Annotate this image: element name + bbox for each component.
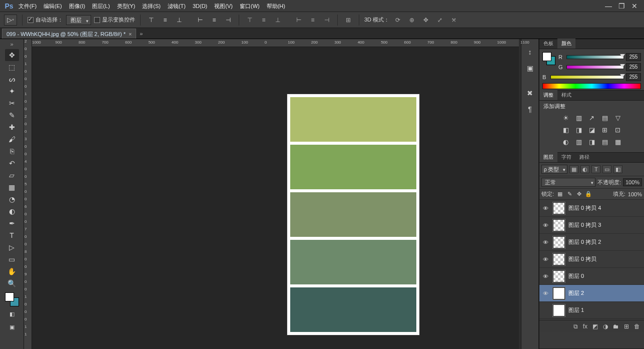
distribute-right-icon[interactable]: ⊣ bbox=[321, 15, 332, 25]
move-tool[interactable]: ✥ bbox=[5, 49, 19, 61]
filter-shape-icon[interactable]: ▭ bbox=[602, 165, 611, 173]
tab-styles[interactable]: 样式 bbox=[557, 90, 575, 100]
pan-3d-icon[interactable]: ✥ bbox=[420, 15, 431, 25]
distribute-top-icon[interactable]: ⊤ bbox=[244, 15, 255, 25]
color-swatches[interactable] bbox=[5, 292, 19, 306]
align-right-icon[interactable]: ⊣ bbox=[223, 15, 234, 25]
hue-icon[interactable]: ◧ bbox=[561, 125, 571, 134]
distribute-bottom-icon[interactable]: ⊥ bbox=[272, 15, 283, 25]
paragraph-panel-icon[interactable]: ¶ bbox=[523, 103, 536, 115]
layer-row[interactable]: 👁图层 0 拷贝 4 bbox=[539, 200, 644, 217]
lock-paint-icon[interactable]: ✎ bbox=[566, 191, 573, 197]
b-slider[interactable]: B255 bbox=[542, 72, 641, 82]
auto-select-dropdown[interactable]: 图层 bbox=[66, 15, 91, 25]
tab-expand-icon[interactable]: » bbox=[136, 31, 146, 37]
close-button[interactable]: ✕ bbox=[628, 0, 641, 12]
tab-paths[interactable]: 路径 bbox=[575, 152, 593, 162]
tab-swatches[interactable]: 色板 bbox=[539, 39, 557, 49]
quick-mask-icon[interactable]: ◧ bbox=[5, 308, 19, 319]
distribute-hcenter-icon[interactable]: ≡ bbox=[307, 15, 318, 25]
menu-item[interactable]: 滤镜(T) bbox=[164, 0, 189, 12]
layer-row[interactable]: 👁图层 0 拷贝 2 bbox=[539, 234, 644, 251]
tool-preset-icon[interactable]: ▷+ bbox=[4, 15, 17, 26]
posterize-icon[interactable]: ▥ bbox=[574, 137, 584, 146]
blur-tool[interactable]: ◔ bbox=[5, 193, 19, 205]
show-transform-checkbox[interactable]: 显示变换控件 bbox=[94, 16, 135, 24]
zoom-tool[interactable]: 🔍 bbox=[5, 277, 19, 289]
bw-icon[interactable]: ◨ bbox=[574, 125, 584, 134]
group-icon[interactable]: 🖿 bbox=[613, 323, 619, 330]
menu-item[interactable]: 选择(S) bbox=[139, 0, 164, 12]
layer-row[interactable]: 👁图层 0 bbox=[539, 268, 644, 285]
orbit-3d-icon[interactable]: ⟳ bbox=[392, 15, 403, 25]
visibility-eye-icon[interactable]: 👁 bbox=[541, 222, 549, 228]
visibility-eye-icon[interactable]: 👁 bbox=[541, 290, 549, 296]
shape-tool[interactable]: ▭ bbox=[5, 253, 19, 265]
menu-item[interactable]: 图像(I) bbox=[66, 0, 89, 12]
fill-value[interactable]: 100% bbox=[628, 191, 642, 197]
menu-item[interactable]: 视图(V) bbox=[211, 0, 236, 12]
exposure-icon[interactable]: ▤ bbox=[600, 113, 610, 122]
filter-smart-icon[interactable]: ◧ bbox=[613, 165, 622, 173]
link-layers-icon[interactable]: ⧉ bbox=[573, 323, 578, 330]
eyedropper-tool[interactable]: ✎ bbox=[5, 109, 19, 121]
menu-item[interactable]: 帮助(H) bbox=[263, 0, 289, 12]
new-layer-icon[interactable]: ⊞ bbox=[624, 323, 629, 330]
align-vcenter-icon[interactable]: ≡ bbox=[160, 15, 171, 25]
brush-tool[interactable]: 🖌 bbox=[5, 133, 19, 145]
brush-panel-icon[interactable]: ✖ bbox=[523, 87, 536, 99]
visibility-eye-icon[interactable]: 👁 bbox=[541, 256, 549, 262]
distribute-vcenter-icon[interactable]: ≡ bbox=[258, 15, 269, 25]
visibility-eye-icon[interactable]: 👁 bbox=[541, 205, 549, 211]
opacity-value[interactable]: 100% bbox=[623, 178, 642, 186]
history-brush-tool[interactable]: ↶ bbox=[5, 157, 19, 169]
filter-adjust-icon[interactable]: ◐ bbox=[580, 165, 589, 173]
fx-icon[interactable]: fx bbox=[583, 323, 587, 330]
tab-character[interactable]: 字符 bbox=[557, 152, 575, 162]
tab-close-icon[interactable]: × bbox=[129, 31, 132, 37]
levels-icon[interactable]: ▥ bbox=[574, 113, 584, 122]
distribute-left-icon[interactable]: ⊢ bbox=[293, 15, 304, 25]
mixer-icon[interactable]: ⊞ bbox=[600, 125, 610, 134]
document-tab[interactable]: 099 - WWhKQHH.jpg @ 50% (图层 2, RGB/8#) *… bbox=[2, 29, 136, 39]
selective-color-icon[interactable]: ▦ bbox=[613, 137, 623, 146]
filter-pixel-icon[interactable]: ▦ bbox=[569, 165, 578, 173]
menu-item[interactable]: 类型(Y) bbox=[114, 0, 139, 12]
gradient-map-icon[interactable]: ▤ bbox=[600, 137, 610, 146]
layer-row[interactable]: 👁图层 0 拷贝 3 bbox=[539, 217, 644, 234]
slide-3d-icon[interactable]: ⤢ bbox=[434, 15, 445, 25]
tool-expand-icon[interactable]: » bbox=[0, 41, 24, 47]
layer-row[interactable]: 👁图层 0 拷贝 bbox=[539, 251, 644, 268]
blend-mode-dropdown[interactable]: 正常 bbox=[541, 178, 595, 187]
minimize-button[interactable]: — bbox=[602, 0, 615, 12]
crop-tool[interactable]: ✂ bbox=[5, 97, 19, 109]
adjustment-layer-icon[interactable]: ◑ bbox=[603, 323, 608, 330]
g-slider[interactable]: G255 bbox=[558, 62, 641, 72]
roll-3d-icon[interactable]: ⊕ bbox=[406, 15, 417, 25]
layer-filter-dropdown[interactable]: ρ 类型 bbox=[541, 165, 567, 174]
canvas-stage[interactable] bbox=[32, 47, 519, 349]
align-top-icon[interactable]: ⊤ bbox=[146, 15, 157, 25]
curves-icon[interactable]: ↗ bbox=[587, 113, 597, 122]
lock-position-icon[interactable]: ✥ bbox=[575, 191, 582, 197]
visibility-eye-icon[interactable]: 👁 bbox=[541, 273, 549, 279]
align-bottom-icon[interactable]: ⊥ bbox=[174, 15, 185, 25]
magic-wand-tool[interactable]: ✦ bbox=[5, 85, 19, 97]
path-select-tool[interactable]: ▷ bbox=[5, 241, 19, 253]
hand-tool[interactable]: ✋ bbox=[5, 265, 19, 277]
auto-select-checkbox[interactable]: 自动选择： bbox=[28, 16, 63, 24]
dodge-tool[interactable]: ◐ bbox=[5, 205, 19, 217]
align-hcenter-icon[interactable]: ≡ bbox=[209, 15, 220, 25]
lut-icon[interactable]: ⊡ bbox=[613, 125, 623, 134]
threshold-icon[interactable]: ◨ bbox=[587, 137, 597, 146]
brightness-icon[interactable]: ☀ bbox=[561, 113, 571, 122]
marquee-tool[interactable]: ⬚ bbox=[5, 61, 19, 73]
maximize-button[interactable]: ❐ bbox=[615, 0, 628, 12]
menu-item[interactable]: 窗口(W) bbox=[236, 0, 263, 12]
invert-icon[interactable]: ◐ bbox=[561, 137, 571, 146]
menu-item[interactable]: 图层(L) bbox=[89, 0, 113, 12]
layer-row[interactable]: 图层 1 bbox=[539, 302, 644, 319]
pen-tool[interactable]: ✒ bbox=[5, 217, 19, 229]
delete-layer-icon[interactable]: 🗑 bbox=[634, 323, 640, 330]
visibility-eye-icon[interactable]: 👁 bbox=[541, 239, 549, 245]
